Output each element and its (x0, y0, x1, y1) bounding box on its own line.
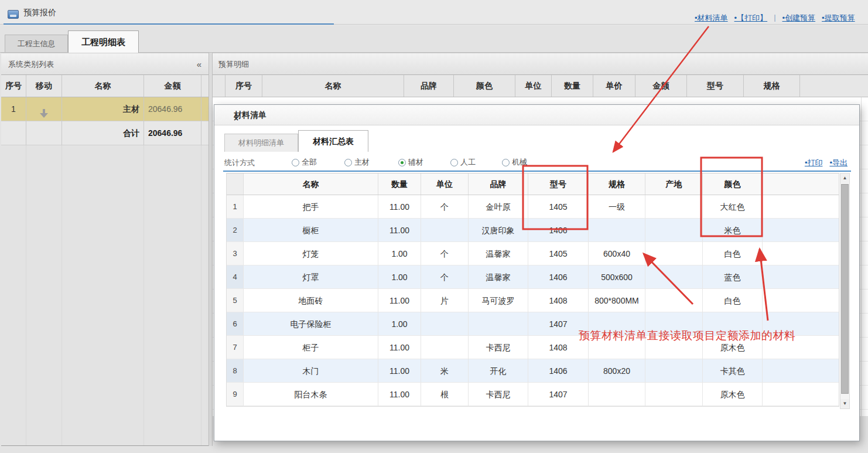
dialog-export-link[interactable]: •导出 (829, 158, 848, 168)
material-summary-table: 名称 数量 单位 品牌 型号 规格 产地 颜色 1 把手 11.00 个 金叶原… (226, 173, 839, 407)
filter-underline (223, 171, 851, 172)
col-no: 序号 (225, 75, 262, 97)
col-name: 名称 (244, 173, 378, 195)
col-header-blank (201, 75, 209, 97)
col-color: 颜色 (454, 75, 515, 97)
material-list-link[interactable]: •材料清单 (695, 13, 728, 23)
table-row[interactable]: 7 柜子 11.00 卡西尼 1408 原木色 (227, 336, 839, 359)
col-header-no: 序号 (1, 75, 26, 97)
statistics-filter-bar: 统计方式 全部 主材 辅材 人工 机械 •打印 (214, 154, 859, 171)
col-price: 单价 (593, 75, 635, 97)
radio-main-material[interactable]: 主材 (344, 157, 370, 168)
toolbar-links: •材料清单 •【打印】 | •创建预算 •提取预算 (695, 13, 855, 23)
material-list-dialog: 材料清单 × 材料明细清单 材料汇总表 统计方式 全部 主材 辅材 人工 (214, 104, 860, 441)
col-model: 型号 (687, 75, 744, 97)
radio-labor[interactable]: 人工 (450, 157, 476, 168)
budget-detail-gridline (861, 97, 862, 416)
left-grid-header: 序号 移动 名称 金额 (1, 75, 209, 97)
col-name: 名称 (262, 75, 404, 97)
title-underline (4, 23, 334, 25)
radio-aux-material[interactable]: 辅材 (398, 157, 423, 168)
category-amount: 20646.96 (144, 97, 201, 121)
move-cell[interactable] (26, 97, 62, 121)
collapse-panel-icon[interactable]: « (197, 53, 201, 75)
radio-circle-icon (344, 159, 352, 166)
tab-material-summary[interactable]: 材料汇总表 (298, 130, 368, 152)
dialog-title-bar: 材料清单 × (214, 105, 859, 125)
radio-machinery[interactable]: 机械 (502, 157, 527, 168)
col-spec: 规格 (589, 173, 645, 195)
category-row-selected[interactable]: 1 主材 20646.96 (1, 97, 209, 121)
dialog-print-link[interactable]: •打印 (805, 158, 823, 168)
scrollbar-thumb[interactable] (841, 184, 849, 394)
extract-budget-link[interactable]: •提取预算 (822, 13, 855, 23)
left-panel-bottom-border (1, 445, 209, 446)
page-title: 预算报价 (23, 8, 56, 18)
tab-material-detail-list[interactable]: 材料明细清单 (224, 134, 298, 152)
links-separator: | (774, 13, 775, 23)
radio-circle-icon (502, 159, 510, 166)
panel-splitter[interactable] (209, 53, 213, 446)
radio-circle-icon (292, 159, 299, 166)
vertical-scrollbar[interactable]: ▲ ▼ (840, 173, 850, 409)
table-row[interactable]: 2 橱柜 11.00 汉唐印象 1406 米色 (227, 219, 839, 242)
total-amount: 20646.96 (144, 121, 201, 145)
col-unit: 单位 (515, 75, 552, 97)
col-header-move: 移动 (26, 75, 62, 97)
col-qty: 数量 (378, 173, 421, 195)
table-row[interactable]: 3 灯笼 1.00 个 温馨家 1405 600x40 白色 (227, 242, 839, 265)
col-header-amount: 金额 (144, 75, 201, 97)
table-row[interactable]: 8 木门 11.00 米 开化 1406 800x20 卡其色 (227, 359, 839, 383)
close-icon[interactable]: × (234, 110, 851, 127)
create-budget-link[interactable]: •创建预算 (782, 13, 816, 23)
move-down-icon[interactable] (40, 109, 48, 118)
tab-project-detail[interactable]: 工程明细表 (68, 30, 139, 53)
left-panel-header: 系统类别列表 « (1, 53, 209, 75)
col-brand: 品牌 (404, 75, 454, 97)
category-name: 主材 (62, 97, 144, 121)
scroll-down-icon[interactable]: ▼ (840, 399, 849, 408)
row-no: 1 (1, 97, 26, 121)
table-row[interactable]: 5 地面砖 11.00 片 马可波罗 1408 800*800MM 白色 (227, 289, 839, 312)
col-color: 颜色 (703, 173, 763, 195)
col-header-name: 名称 (62, 75, 144, 97)
radio-all[interactable]: 全部 (292, 157, 317, 168)
col-unit: 单位 (421, 173, 469, 195)
table-row[interactable]: 6 电子保险柜 1.00 1407 (227, 312, 839, 336)
scroll-up-icon[interactable]: ▲ (840, 173, 849, 183)
budget-detail-header: 序号 名称 品牌 颜色 单位 数量 单价 金额 型号 规格 (213, 75, 868, 97)
col-amount: 金额 (635, 75, 687, 97)
right-panel-header: 预算明细 (213, 53, 868, 75)
budget-quote-window: 预算报价 •材料清单 •【打印】 | •创建预算 •提取预算 工程主信息 工程明… (0, 0, 868, 453)
total-label: 合计 (62, 121, 144, 145)
left-grid-empty-area (1, 145, 209, 445)
total-row: 合计 20646.96 (1, 121, 209, 145)
title-bar: 预算报价 •材料清单 •【打印】 | •创建预算 •提取预算 (0, 0, 868, 25)
print-link[interactable]: •【打印】 (734, 13, 768, 23)
table-row[interactable]: 1 把手 11.00 个 金叶原 1405 一级 大红色 (227, 195, 839, 219)
col-origin: 产地 (645, 173, 703, 195)
col-spec: 规格 (744, 75, 800, 97)
window-icon (8, 10, 19, 19)
dialog-links: •打印 •导出 (805, 158, 848, 168)
radio-circle-icon (450, 159, 458, 166)
tab-project-info[interactable]: 工程主信息 (5, 35, 68, 53)
summary-table-header: 名称 数量 单位 品牌 型号 规格 产地 颜色 (227, 173, 839, 195)
left-panel-title: 系统类别列表 (8, 60, 54, 69)
table-row[interactable]: 4 灯罩 1.00 个 温馨家 1406 500x600 蓝色 (227, 265, 839, 289)
col-model: 型号 (528, 173, 589, 195)
col-brand: 品牌 (469, 173, 528, 195)
filter-label: 统计方式 (224, 158, 255, 168)
right-panel-title: 预算明细 (218, 60, 249, 69)
table-row[interactable]: 9 阳台木条 11.00 根 卡西尼 1407 原木色 (227, 383, 839, 406)
radio-selected-icon (398, 159, 406, 166)
col-qty: 数量 (552, 75, 593, 97)
